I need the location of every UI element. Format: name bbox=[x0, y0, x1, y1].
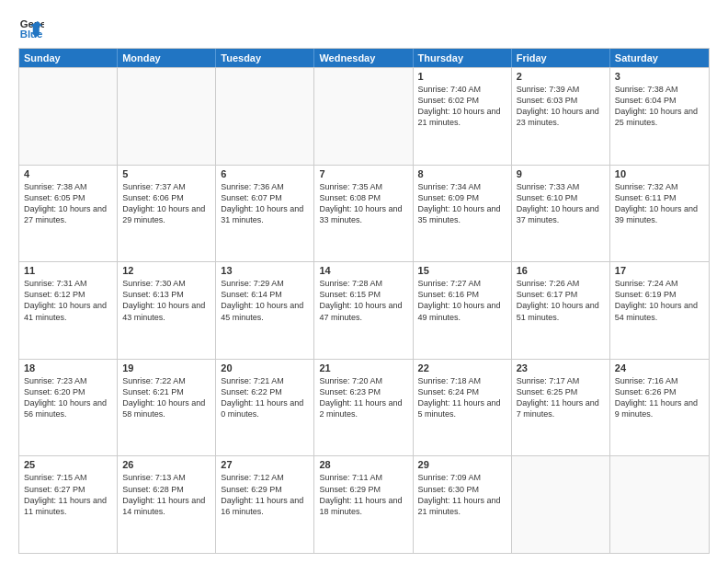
calendar-cell: 8Sunrise: 7:34 AM Sunset: 6:09 PM Daylig… bbox=[414, 166, 512, 262]
calendar-cell: 6Sunrise: 7:36 AM Sunset: 6:07 PM Daylig… bbox=[216, 166, 314, 262]
day-header-sunday: Sunday bbox=[19, 49, 118, 67]
day-number: 14 bbox=[319, 265, 407, 276]
day-header-thursday: Thursday bbox=[414, 49, 512, 67]
day-number: 8 bbox=[418, 168, 506, 179]
logo: General Blue bbox=[18, 15, 48, 40]
day-header-saturday: Saturday bbox=[610, 49, 709, 67]
cell-info: Sunrise: 7:31 AM Sunset: 6:12 PM Dayligh… bbox=[24, 278, 112, 323]
calendar-cell: 29Sunrise: 7:09 AM Sunset: 6:30 PM Dayli… bbox=[414, 456, 512, 553]
day-number: 25 bbox=[24, 459, 112, 470]
day-number: 11 bbox=[24, 265, 112, 276]
calendar-cell: 18Sunrise: 7:23 AM Sunset: 6:20 PM Dayli… bbox=[19, 360, 118, 456]
calendar: SundayMondayTuesdayWednesdayThursdayFrid… bbox=[18, 48, 710, 554]
day-header-monday: Monday bbox=[118, 49, 216, 67]
calendar-cell: 12Sunrise: 7:30 AM Sunset: 6:13 PM Dayli… bbox=[118, 262, 216, 359]
cell-info: Sunrise: 7:34 AM Sunset: 6:09 PM Dayligh… bbox=[418, 181, 506, 226]
calendar-cell: 4Sunrise: 7:38 AM Sunset: 6:05 PM Daylig… bbox=[19, 166, 118, 262]
cell-info: Sunrise: 7:30 AM Sunset: 6:13 PM Dayligh… bbox=[122, 278, 210, 323]
calendar-cell: 21Sunrise: 7:20 AM Sunset: 6:23 PM Dayli… bbox=[314, 360, 413, 456]
calendar-cell: 17Sunrise: 7:24 AM Sunset: 6:19 PM Dayli… bbox=[610, 262, 709, 359]
cell-info: Sunrise: 7:18 AM Sunset: 6:24 PM Dayligh… bbox=[418, 375, 506, 420]
calendar-cell bbox=[610, 456, 709, 553]
calendar-cell: 13Sunrise: 7:29 AM Sunset: 6:14 PM Dayli… bbox=[216, 262, 314, 359]
calendar-cell: 26Sunrise: 7:13 AM Sunset: 6:28 PM Dayli… bbox=[118, 456, 216, 553]
day-number: 7 bbox=[319, 168, 407, 179]
logo-icon: General Blue bbox=[18, 15, 44, 40]
day-number: 10 bbox=[615, 168, 704, 179]
calendar-cell: 22Sunrise: 7:18 AM Sunset: 6:24 PM Dayli… bbox=[414, 360, 512, 456]
calendar-cell bbox=[314, 68, 413, 165]
calendar-cell: 2Sunrise: 7:39 AM Sunset: 6:03 PM Daylig… bbox=[512, 68, 610, 165]
cell-info: Sunrise: 7:22 AM Sunset: 6:21 PM Dayligh… bbox=[122, 375, 210, 420]
calendar-cell: 28Sunrise: 7:11 AM Sunset: 6:29 PM Dayli… bbox=[314, 456, 413, 553]
cell-info: Sunrise: 7:33 AM Sunset: 6:10 PM Dayligh… bbox=[517, 181, 605, 226]
calendar-cell: 25Sunrise: 7:15 AM Sunset: 6:27 PM Dayli… bbox=[19, 456, 118, 553]
day-number: 26 bbox=[122, 459, 210, 470]
calendar-row-5: 25Sunrise: 7:15 AM Sunset: 6:27 PM Dayli… bbox=[19, 455, 709, 553]
calendar-cell: 10Sunrise: 7:32 AM Sunset: 6:11 PM Dayli… bbox=[610, 166, 709, 262]
cell-info: Sunrise: 7:39 AM Sunset: 6:03 PM Dayligh… bbox=[517, 84, 605, 129]
day-number: 24 bbox=[615, 362, 704, 373]
day-header-friday: Friday bbox=[512, 49, 610, 67]
calendar-cell: 24Sunrise: 7:16 AM Sunset: 6:26 PM Dayli… bbox=[610, 360, 709, 456]
day-number: 23 bbox=[517, 362, 605, 373]
calendar-cell: 15Sunrise: 7:27 AM Sunset: 6:16 PM Dayli… bbox=[414, 262, 512, 359]
day-number: 5 bbox=[122, 168, 210, 179]
day-number: 21 bbox=[319, 362, 407, 373]
cell-info: Sunrise: 7:37 AM Sunset: 6:06 PM Dayligh… bbox=[122, 181, 210, 226]
day-number: 19 bbox=[122, 362, 210, 373]
calendar-cell: 16Sunrise: 7:26 AM Sunset: 6:17 PM Dayli… bbox=[512, 262, 610, 359]
cell-info: Sunrise: 7:26 AM Sunset: 6:17 PM Dayligh… bbox=[517, 278, 605, 323]
cell-info: Sunrise: 7:20 AM Sunset: 6:23 PM Dayligh… bbox=[319, 375, 407, 420]
calendar-cell: 23Sunrise: 7:17 AM Sunset: 6:25 PM Dayli… bbox=[512, 360, 610, 456]
day-header-wednesday: Wednesday bbox=[314, 49, 413, 67]
cell-info: Sunrise: 7:27 AM Sunset: 6:16 PM Dayligh… bbox=[418, 278, 506, 323]
calendar-row-3: 11Sunrise: 7:31 AM Sunset: 6:12 PM Dayli… bbox=[19, 261, 709, 359]
calendar-body: 1Sunrise: 7:40 AM Sunset: 6:02 PM Daylig… bbox=[19, 67, 709, 553]
cell-info: Sunrise: 7:17 AM Sunset: 6:25 PM Dayligh… bbox=[517, 375, 605, 420]
day-number: 3 bbox=[615, 71, 704, 82]
cell-info: Sunrise: 7:36 AM Sunset: 6:07 PM Dayligh… bbox=[221, 181, 309, 226]
calendar-row-2: 4Sunrise: 7:38 AM Sunset: 6:05 PM Daylig… bbox=[19, 165, 709, 262]
calendar-cell bbox=[19, 68, 118, 165]
calendar-cell: 19Sunrise: 7:22 AM Sunset: 6:21 PM Dayli… bbox=[118, 360, 216, 456]
cell-info: Sunrise: 7:13 AM Sunset: 6:28 PM Dayligh… bbox=[122, 472, 210, 517]
calendar-cell: 20Sunrise: 7:21 AM Sunset: 6:22 PM Dayli… bbox=[216, 360, 314, 456]
cell-info: Sunrise: 7:38 AM Sunset: 6:04 PM Dayligh… bbox=[615, 84, 704, 129]
calendar-cell: 1Sunrise: 7:40 AM Sunset: 6:02 PM Daylig… bbox=[414, 68, 512, 165]
day-number: 28 bbox=[319, 459, 407, 470]
cell-info: Sunrise: 7:15 AM Sunset: 6:27 PM Dayligh… bbox=[24, 472, 112, 517]
day-number: 9 bbox=[517, 168, 605, 179]
day-header-tuesday: Tuesday bbox=[216, 49, 314, 67]
calendar-cell: 27Sunrise: 7:12 AM Sunset: 6:29 PM Dayli… bbox=[216, 456, 314, 553]
calendar-cell bbox=[118, 68, 216, 165]
cell-info: Sunrise: 7:40 AM Sunset: 6:02 PM Dayligh… bbox=[418, 84, 506, 129]
day-number: 27 bbox=[221, 459, 309, 470]
cell-info: Sunrise: 7:24 AM Sunset: 6:19 PM Dayligh… bbox=[615, 278, 704, 323]
calendar-cell: 14Sunrise: 7:28 AM Sunset: 6:15 PM Dayli… bbox=[314, 262, 413, 359]
cell-info: Sunrise: 7:16 AM Sunset: 6:26 PM Dayligh… bbox=[615, 375, 704, 420]
page: General Blue SundayMondayTuesdayWednesda… bbox=[0, 0, 728, 563]
calendar-header: SundayMondayTuesdayWednesdayThursdayFrid… bbox=[19, 49, 709, 67]
day-number: 16 bbox=[517, 265, 605, 276]
cell-info: Sunrise: 7:28 AM Sunset: 6:15 PM Dayligh… bbox=[319, 278, 407, 323]
day-number: 15 bbox=[418, 265, 506, 276]
calendar-cell bbox=[512, 456, 610, 553]
day-number: 1 bbox=[418, 71, 506, 82]
cell-info: Sunrise: 7:29 AM Sunset: 6:14 PM Dayligh… bbox=[221, 278, 309, 323]
calendar-cell bbox=[216, 68, 314, 165]
day-number: 4 bbox=[24, 168, 112, 179]
calendar-cell: 5Sunrise: 7:37 AM Sunset: 6:06 PM Daylig… bbox=[118, 166, 216, 262]
calendar-row-4: 18Sunrise: 7:23 AM Sunset: 6:20 PM Dayli… bbox=[19, 359, 709, 456]
calendar-cell: 9Sunrise: 7:33 AM Sunset: 6:10 PM Daylig… bbox=[512, 166, 610, 262]
cell-info: Sunrise: 7:09 AM Sunset: 6:30 PM Dayligh… bbox=[418, 472, 506, 517]
day-number: 22 bbox=[418, 362, 506, 373]
day-number: 12 bbox=[122, 265, 210, 276]
cell-info: Sunrise: 7:35 AM Sunset: 6:08 PM Dayligh… bbox=[319, 181, 407, 226]
calendar-cell: 3Sunrise: 7:38 AM Sunset: 6:04 PM Daylig… bbox=[610, 68, 709, 165]
cell-info: Sunrise: 7:38 AM Sunset: 6:05 PM Dayligh… bbox=[24, 181, 112, 226]
header: General Blue bbox=[18, 15, 710, 40]
day-number: 20 bbox=[221, 362, 309, 373]
calendar-row-1: 1Sunrise: 7:40 AM Sunset: 6:02 PM Daylig… bbox=[19, 67, 709, 165]
day-number: 2 bbox=[517, 71, 605, 82]
